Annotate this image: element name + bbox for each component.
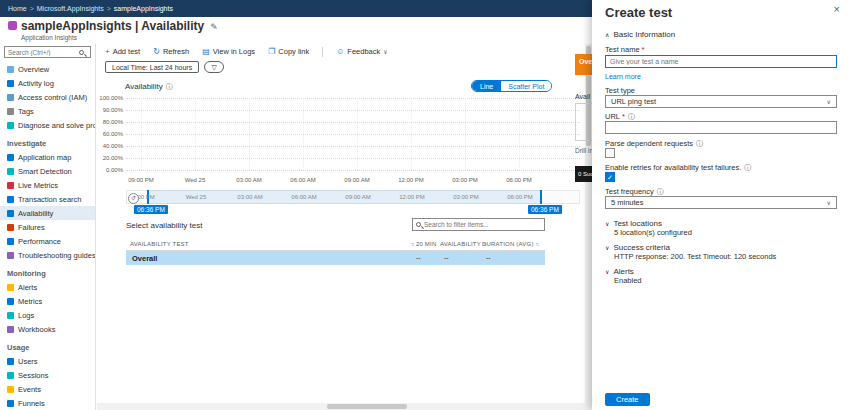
metrics-icon <box>7 298 14 305</box>
url-input[interactable] <box>610 124 832 131</box>
sidebar-item-users[interactable]: Users <box>0 354 95 368</box>
chevron-up-icon: ∧ <box>605 32 609 38</box>
x-axis-label: 09:00 PM <box>119 177 163 183</box>
horizontal-scrollbar[interactable] <box>97 403 585 410</box>
test-locations-detail: 5 location(s) configured <box>614 228 692 237</box>
sidebar-item-tags[interactable]: Tags <box>0 104 95 118</box>
alerts-detail: Enabled <box>614 276 642 285</box>
breadcrumb-separator: > <box>107 5 111 12</box>
success-criteria-section[interactable]: ∨Success criteria <box>605 243 670 252</box>
column-duration[interactable]: DURATION (AVG)↑↓ <box>482 241 539 247</box>
sort-icon: ↑↓ <box>536 241 539 247</box>
enable-retries-label: Enable retries for availability test fai… <box>605 163 751 173</box>
sidebar-item-failures[interactable]: Failures <box>0 220 95 234</box>
activity-log-icon <box>7 80 14 87</box>
sidebar-item-events[interactable]: Events <box>0 382 95 396</box>
sidebar-item-transaction-search[interactable]: Transaction search <box>0 192 95 206</box>
overview-icon <box>7 66 14 73</box>
breadcrumb-appinsights[interactable]: Microsoft.AppInsights <box>37 5 104 12</box>
alerts-section[interactable]: ∨Alerts <box>605 267 634 276</box>
y-axis-label: 80.00% <box>97 119 123 125</box>
test-name-label: Test name* <box>605 45 645 54</box>
copy-icon: ❐ <box>268 47 275 56</box>
line-toggle-button[interactable]: Line <box>472 81 501 91</box>
sidebar-search-input[interactable] <box>8 49 79 56</box>
time-brush[interactable]: 09:00 PM Wed 25 03:00 AM 06:00 AM 09:00 … <box>126 190 580 204</box>
panel-title: Create test <box>605 5 672 20</box>
search-icon <box>416 222 421 227</box>
transaction-search-icon <box>7 196 14 203</box>
sidebar-item-funnels[interactable]: Funnels <box>0 396 95 410</box>
info-icon: ⓘ <box>744 164 751 171</box>
sidebar-item-sessions[interactable]: Sessions <box>0 368 95 382</box>
breadcrumb-home[interactable]: Home <box>8 5 27 12</box>
filter-button[interactable]: ▽ <box>204 61 224 73</box>
create-button[interactable]: Create <box>605 393 650 406</box>
chevron-down-icon: ∨ <box>605 221 609 227</box>
refresh-button[interactable]: ↻Refresh <box>153 47 189 56</box>
chevron-down-icon: ∨ <box>827 197 831 209</box>
availability-chart-plot[interactable] <box>126 98 580 170</box>
edit-icon[interactable]: ✎ <box>210 22 218 32</box>
sidebar-section-investigate: Investigate <box>0 137 95 150</box>
test-filter-input[interactable] <box>424 221 541 228</box>
brush-end-label[interactable]: 06:36 PM <box>528 205 562 214</box>
horizontal-scrollbar-thumb[interactable] <box>327 404 407 409</box>
failures-icon <box>7 224 14 231</box>
sidebar-section-usage: Usage <box>0 341 95 354</box>
column-20-min[interactable]: ↑↓ 20 MIN <box>409 241 436 247</box>
sidebar-item-troubleshooting[interactable]: Troubleshooting guides (previ... <box>0 248 95 262</box>
test-name-input[interactable] <box>610 58 832 65</box>
sidebar-item-logs[interactable]: Logs <box>0 308 95 322</box>
test-filter-search[interactable] <box>412 218 545 231</box>
sidebar-item-availability[interactable]: Availability <box>0 206 95 220</box>
info-icon: ⓘ <box>628 113 635 120</box>
learn-more-link[interactable]: Learn more <box>605 73 641 80</box>
close-icon[interactable]: × <box>834 3 840 15</box>
column-availability[interactable]: AVAILABILITY↑↓ <box>440 241 486 247</box>
parse-dependent-checkbox[interactable] <box>605 148 615 158</box>
chevron-down-icon: ∨ <box>827 96 831 108</box>
sidebar-item-metrics[interactable]: Metrics <box>0 294 95 308</box>
test-name-field[interactable] <box>605 55 837 68</box>
sidebar-item-workbooks[interactable]: Workbooks <box>0 322 95 336</box>
sidebar-item-alerts[interactable]: Alerts <box>0 280 95 294</box>
reset-zoom-button[interactable]: ↺ <box>128 193 139 204</box>
column-availability-test[interactable]: AVAILABILITY TEST <box>130 241 189 247</box>
sidebar: Overview Activity log Access control (IA… <box>0 44 96 410</box>
test-type-dropdown[interactable]: URL ping test∨ <box>605 95 837 108</box>
sidebar-item-application-map[interactable]: Application map <box>0 150 95 164</box>
test-frequency-dropdown[interactable]: 5 minutes∨ <box>605 196 837 209</box>
sidebar-item-access-control[interactable]: Access control (IAM) <box>0 90 95 104</box>
feedback-button[interactable]: ☺Feedback∨ <box>336 47 388 56</box>
main-content: +Add test ↻Refresh ▤View in Logs ❐Copy l… <box>97 44 592 410</box>
copy-link-button[interactable]: ❐Copy link <box>268 47 309 56</box>
sidebar-search[interactable] <box>4 46 91 58</box>
tags-icon <box>7 108 14 115</box>
add-test-button[interactable]: +Add test <box>105 47 140 56</box>
x-axis-label: 06:00 AM <box>281 177 325 183</box>
workbooks-icon <box>7 326 14 333</box>
scatter-toggle-button[interactable]: Scatter Plot <box>501 81 551 91</box>
table-row-overall[interactable]: Overall -- -- -- <box>126 251 545 265</box>
test-name: Overall <box>132 254 157 263</box>
y-axis-label: 0.00% <box>97 167 123 173</box>
basic-information-section[interactable]: ∧Basic Information <box>605 30 675 39</box>
sidebar-item-activity-log[interactable]: Activity log <box>0 76 95 90</box>
info-icon: ⓘ <box>166 83 173 90</box>
sidebar-item-diagnose[interactable]: Diagnose and solve problems <box>0 118 95 132</box>
y-axis-label: 90.00% <box>97 107 123 113</box>
page-header: sampleAppInsights | Availability✎ Applic… <box>0 17 592 44</box>
breadcrumb-current: sampleAppInsights <box>114 5 173 12</box>
view-in-logs-button[interactable]: ▤View in Logs <box>202 47 255 56</box>
sidebar-item-smart-detection[interactable]: Smart Detection <box>0 164 95 178</box>
x-axis-label: 12:00 PM <box>389 177 433 183</box>
sidebar-item-live-metrics[interactable]: Live Metrics <box>0 178 95 192</box>
brush-start-label[interactable]: 06:36 PM <box>134 205 168 214</box>
sidebar-item-performance[interactable]: Performance <box>0 234 95 248</box>
test-locations-section[interactable]: ∨Test locations <box>605 219 662 228</box>
url-field[interactable] <box>605 121 837 134</box>
enable-retries-checkbox[interactable]: ✓ <box>605 172 615 182</box>
sidebar-item-overview[interactable]: Overview <box>0 62 95 76</box>
time-range-filter[interactable]: Local Time: Last 24 hours <box>105 61 199 73</box>
